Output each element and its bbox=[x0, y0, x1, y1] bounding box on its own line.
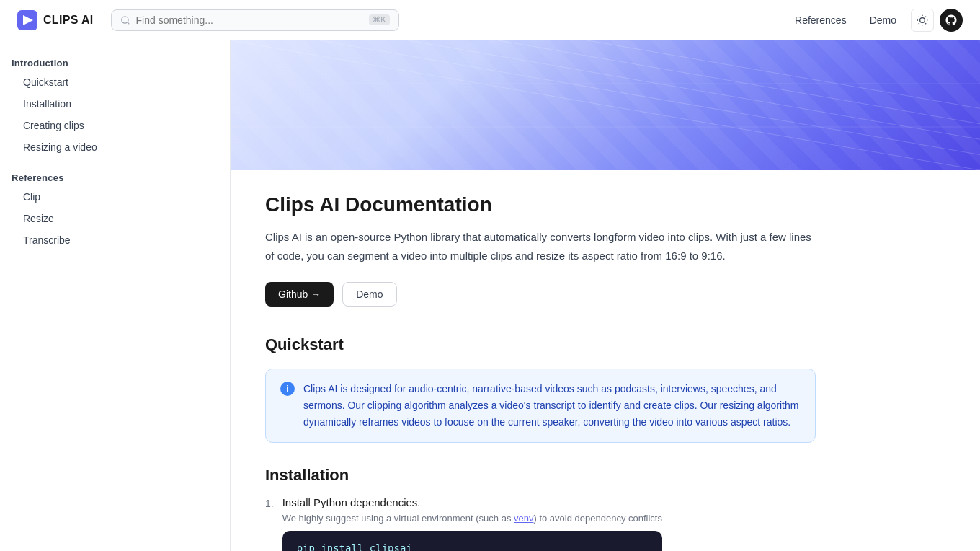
sidebar-item-clip[interactable]: Clip bbox=[0, 186, 230, 208]
step-content: Install Python dependencies. We highly s… bbox=[282, 496, 662, 551]
nav-links: References Demo bbox=[786, 9, 963, 32]
step-label: Install Python dependencies. bbox=[282, 496, 662, 508]
svg-line-11 bbox=[919, 23, 919, 24]
svg-line-14 bbox=[320, 40, 980, 170]
svg-point-4 bbox=[920, 17, 925, 22]
content-area: Clips AI Documentation Clips AI is an op… bbox=[231, 40, 980, 551]
sidebar-item-quickstart[interactable]: Quickstart bbox=[0, 71, 230, 93]
theme-toggle-button[interactable] bbox=[911, 9, 934, 32]
sidebar-section-intro: Introduction bbox=[0, 52, 230, 71]
search-bar[interactable]: ⌘K bbox=[111, 9, 399, 31]
page-title: Clips AI Documentation bbox=[265, 193, 816, 216]
code-command: pip install clipsai bbox=[297, 542, 412, 551]
svg-line-3 bbox=[127, 22, 129, 24]
demo-button[interactable]: Demo bbox=[342, 282, 396, 307]
info-text: Clips AI is designed for audio-centric, … bbox=[303, 381, 801, 431]
github-button[interactable]: Github → bbox=[265, 282, 334, 307]
venv-link[interactable]: venv bbox=[514, 513, 533, 524]
svg-point-2 bbox=[121, 16, 128, 22]
step-note-post: ) to avoid dependency conflicts bbox=[533, 513, 662, 524]
logo-icon bbox=[17, 10, 37, 30]
references-link[interactable]: References bbox=[786, 10, 855, 30]
demo-link[interactable]: Demo bbox=[861, 10, 905, 30]
search-shortcut: ⌘K bbox=[369, 14, 389, 25]
page-description: Clips AI is an open-source Python librar… bbox=[265, 228, 816, 265]
theme-icon bbox=[917, 14, 928, 26]
info-box: i Clips AI is designed for audio-centric… bbox=[265, 369, 816, 443]
logo-text: CLIPS AI bbox=[43, 14, 94, 27]
sidebar-item-installation[interactable]: Installation bbox=[0, 93, 230, 115]
install-step-1: 1. Install Python dependencies. We highl… bbox=[265, 496, 816, 551]
svg-line-7 bbox=[919, 16, 919, 17]
sidebar-section-references: References bbox=[0, 167, 230, 186]
svg-line-12 bbox=[925, 16, 926, 17]
sidebar-item-resizing-video[interactable]: Resizing a video bbox=[0, 136, 230, 158]
topnav: CLIPS AI ⌘K References Demo bbox=[0, 0, 980, 40]
svg-line-13 bbox=[231, 40, 980, 170]
code-block: pip install clipsai bbox=[282, 531, 662, 551]
svg-line-8 bbox=[925, 23, 926, 24]
sidebar: Introduction Quickstart Installation Cre… bbox=[0, 40, 231, 551]
hero-banner bbox=[231, 40, 980, 170]
logo[interactable]: CLIPS AI bbox=[17, 10, 94, 30]
btn-group: Github → Demo bbox=[265, 282, 816, 307]
sidebar-item-creating-clips[interactable]: Creating clips bbox=[0, 115, 230, 136]
content-body: Clips AI Documentation Clips AI is an op… bbox=[231, 170, 850, 551]
svg-line-16 bbox=[498, 40, 980, 170]
step-note-pre: We highly suggest using a virtual enviro… bbox=[282, 513, 514, 524]
sidebar-item-resize[interactable]: Resize bbox=[0, 208, 230, 229]
hero-decoration bbox=[231, 40, 980, 170]
search-input[interactable] bbox=[136, 14, 364, 26]
sidebar-item-transcribe[interactable]: Transcribe bbox=[0, 229, 230, 251]
github-icon bbox=[945, 14, 958, 27]
step-number: 1. bbox=[265, 496, 274, 551]
step-note: We highly suggest using a virtual enviro… bbox=[282, 513, 662, 524]
info-icon: i bbox=[280, 382, 295, 396]
github-header-button[interactable] bbox=[940, 9, 963, 32]
layout: Introduction Quickstart Installation Cre… bbox=[0, 40, 980, 551]
quickstart-title: Quickstart bbox=[265, 335, 816, 354]
search-icon bbox=[120, 15, 130, 25]
installation-title: Installation bbox=[265, 466, 816, 485]
